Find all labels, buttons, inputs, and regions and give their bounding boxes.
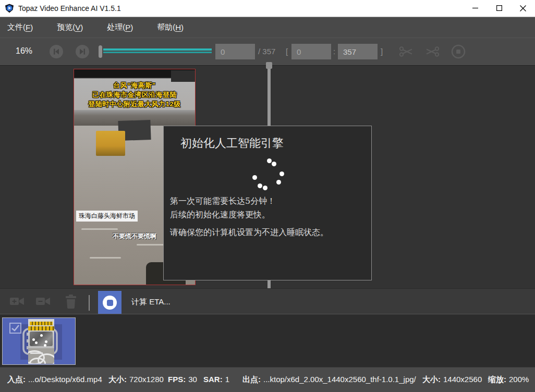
status-in-file: 入点:...o/Desktop/x6d.mp4	[7, 375, 102, 385]
minimize-button[interactable]	[463, 0, 487, 16]
status-sar: SAR:1	[203, 375, 229, 384]
minimize-icon	[472, 5, 478, 11]
skip-start-button[interactable]	[50, 45, 63, 58]
video-frame-detail	[171, 70, 195, 82]
menubar: 文件(F) 预览(V) 处理(P) 帮助(H)	[0, 17, 535, 38]
close-icon	[520, 5, 526, 11]
status-out-size: 大小:1440x2560	[422, 375, 482, 385]
trash-icon	[65, 295, 77, 309]
window-controls	[463, 0, 535, 16]
delete-button[interactable]	[62, 293, 80, 310]
stop-processing-button[interactable]	[98, 291, 121, 314]
skip-end-button[interactable]	[76, 45, 89, 58]
cut-out-button[interactable]	[424, 44, 440, 59]
toolbar-divider	[89, 295, 90, 311]
statusbar: 入点:...o/Desktop/x6d.mp4 大小:720x1280 FPS:…	[0, 367, 535, 392]
menu-process[interactable]: 处理(P)	[102, 17, 138, 38]
stop-preview-button[interactable]	[451, 44, 466, 59]
process-bar: 计算 ETA...	[0, 288, 535, 314]
checkbox-checked-icon	[10, 324, 20, 333]
video-list-item[interactable]	[2, 317, 76, 365]
dialog-line2: 后续的初始化速度将更快。	[170, 210, 270, 220]
close-button[interactable]	[511, 0, 535, 16]
stop-circle-icon	[451, 44, 466, 59]
total-frames-label: / 357	[258, 47, 275, 56]
remove-video-button[interactable]	[35, 293, 53, 310]
toolbar: 16% / 357 [ : ]	[0, 38, 535, 65]
video-caption-line2: 已在珠海市金湾区沿海登陆	[74, 90, 195, 100]
video-thumbnail	[28, 319, 54, 364]
cut-in-button[interactable]	[398, 44, 414, 59]
window-title: Topaz Video Enhance AI V1.5.1	[18, 4, 121, 13]
zoom-level-label: 16%	[16, 46, 32, 56]
app-window: Topaz Video Enhance AI V1.5.1 文件(F) 预览(V…	[0, 0, 535, 392]
menu-preview[interactable]: 预览(V)	[52, 17, 88, 38]
trim-bracket-open: [	[286, 47, 288, 56]
maximize-button[interactable]	[487, 0, 511, 16]
cut-in-icon	[399, 46, 414, 57]
video-frame-detail	[96, 131, 125, 156]
titlebar: Topaz Video Enhance AI V1.5.1	[0, 0, 535, 17]
menu-file[interactable]: 文件(F)	[2, 17, 38, 38]
camera-add-icon	[10, 296, 26, 307]
preview-area: 台风“海高斯” 已在珠海市金湾区沿海登陆 登陆时中心附近最大风力12级 珠海白藤…	[0, 66, 535, 288]
dialog-line1: 第一次可能需要长达5分钟！	[170, 196, 275, 207]
current-frame-input[interactable]	[215, 44, 255, 59]
preview-splitter-handle[interactable]	[266, 62, 272, 69]
stop-processing-icon	[103, 296, 117, 310]
trim-bracket-close: ]	[381, 47, 383, 56]
video-location-label: 珠海白藤头海鲜市场	[76, 211, 138, 222]
eta-label: 计算 ETA...	[131, 297, 171, 307]
skip-end-icon	[79, 48, 86, 55]
trim-separator: :	[333, 47, 335, 56]
maximize-icon	[496, 5, 502, 11]
camera-remove-icon	[36, 296, 52, 307]
menu-help[interactable]: 帮助(H)	[152, 17, 189, 38]
init-engine-dialog: 初始化人工智能引擎 第一次可能需要长达5分钟！ 后续的初始化速度将更快。 请确保…	[163, 126, 372, 280]
video-caption-line3: 登陆时中心附近最大风力12级	[74, 100, 195, 109]
status-fps: FPS:30	[168, 375, 197, 384]
app-logo-icon	[5, 4, 14, 13]
timeline-slider-handle[interactable]	[99, 45, 102, 58]
video-list	[0, 314, 535, 368]
dialog-line3: 请确保您的计算机设置为不进入睡眠状态。	[170, 227, 329, 238]
video-caption-line1: 台风“海高斯”	[74, 81, 195, 90]
status-in-size: 大小:720x1280	[108, 375, 164, 385]
cut-out-icon	[425, 46, 440, 57]
thumbnail-checkbox[interactable]	[9, 323, 21, 334]
status-out-file: 出点:...ktop/x6d_2.00x_1440x2560_thf-1.0.1…	[242, 375, 416, 385]
status-zoom: 缩放:200%	[488, 375, 529, 385]
dialog-title: 初始化人工智能引擎	[180, 136, 284, 151]
add-video-button[interactable]	[9, 293, 27, 310]
timeline-track-lower[interactable]	[103, 52, 212, 53]
trim-start-input[interactable]	[291, 44, 331, 59]
trim-end-input[interactable]	[338, 44, 378, 59]
skip-start-icon	[53, 48, 59, 55]
timeline-track[interactable]	[103, 48, 212, 51]
